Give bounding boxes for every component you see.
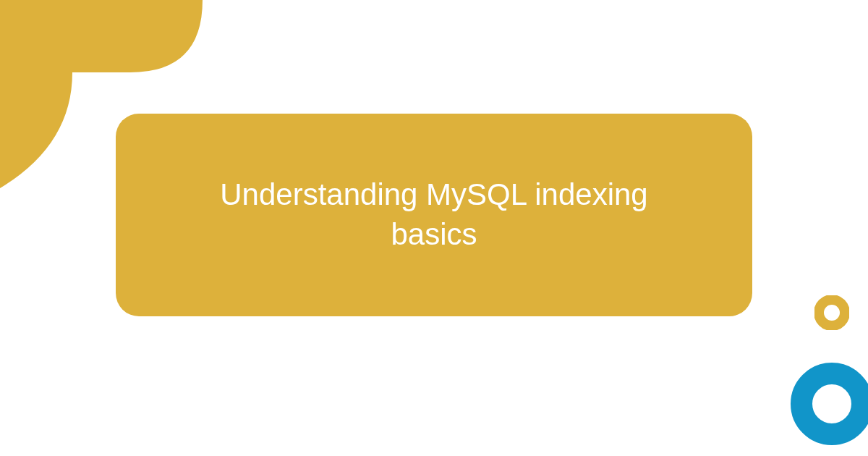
page-title: Understanding MySQL indexing basics (174, 175, 694, 254)
ring-decoration-large (788, 360, 868, 447)
svg-point-0 (819, 300, 845, 326)
svg-point-1 (801, 373, 862, 434)
ring-decoration-small (814, 295, 849, 330)
title-card: Understanding MySQL indexing basics (116, 114, 752, 316)
